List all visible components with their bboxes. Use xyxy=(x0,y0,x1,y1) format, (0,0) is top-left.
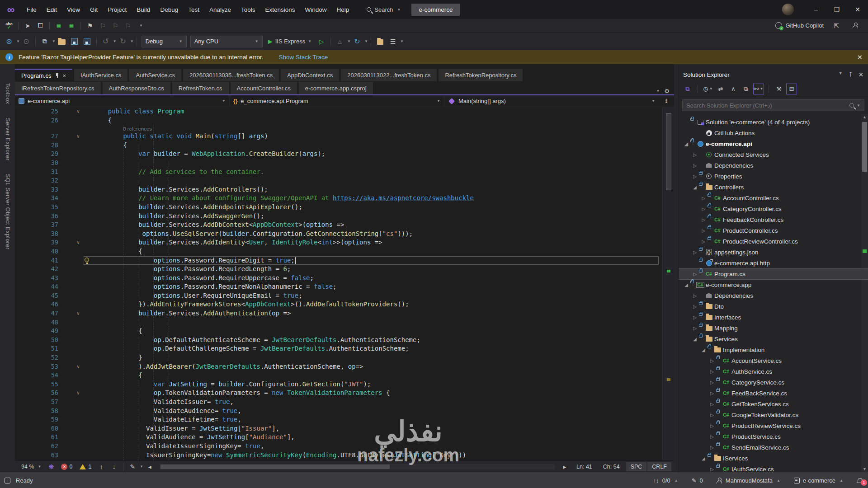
chevron-collapsed-icon[interactable]: ▷ xyxy=(709,413,715,418)
chevron-collapsed-icon[interactable]: ▷ xyxy=(709,445,715,450)
chevron-collapsed-icon[interactable]: ▷ xyxy=(692,326,698,331)
code-line-56[interactable]: 56∨ op.TokenValidationParameters = new T… xyxy=(15,389,662,398)
document-tab-appdbcontext-cs[interactable]: AppDbContext.cs xyxy=(281,69,339,81)
zoom-select[interactable]: 94 % ▼ xyxy=(18,464,45,470)
menu-analyze[interactable]: Analyze xyxy=(204,0,236,19)
save-button[interactable] xyxy=(69,36,80,47)
code-line-61[interactable]: 61 ValidAudience = JwtSetting["Audiance"… xyxy=(15,433,662,442)
chevron-collapsed-icon[interactable]: ▷ xyxy=(709,380,715,385)
scrollbar-thumb[interactable] xyxy=(666,113,671,190)
document-tab-authservice-cs[interactable]: AuthService.cs xyxy=(129,69,181,81)
document-tab-irefreshtokenrepository-cs[interactable]: IRefreshTokenRepository.cs xyxy=(15,82,101,94)
editor-layout-button[interactable]: ☰ xyxy=(387,36,399,47)
undo-button[interactable]: ↺ xyxy=(100,36,112,47)
next-issue-button[interactable]: ↓ xyxy=(108,461,120,472)
chevron-expanded-icon[interactable]: ◢ xyxy=(692,337,698,342)
tree-item-accountservice-cs[interactable]: ▷C#AccountService.cs xyxy=(679,355,868,366)
indent-increase-button[interactable]: ≣ xyxy=(66,20,77,31)
panel-splitter[interactable] xyxy=(674,64,678,472)
chevron-collapsed-icon[interactable]: ▷ xyxy=(692,152,698,157)
live-share-icon[interactable] xyxy=(849,20,861,31)
chevron-collapsed-icon[interactable]: ▷ xyxy=(709,467,715,472)
tree-item-productreviewcontroller-cs[interactable]: ▷C#ProductReviewController.cs xyxy=(679,236,868,247)
pin-icon[interactable] xyxy=(56,73,59,78)
codelens-row[interactable]: 0 references xyxy=(15,125,662,132)
code-line-54[interactable]: 54 { xyxy=(15,371,662,380)
menu-extensions[interactable]: Extensions xyxy=(260,0,300,19)
document-tab-e-commerce-app-csproj[interactable]: e-commerce.app.csproj xyxy=(299,82,373,94)
tree-item-categorycontroller-cs[interactable]: ▷C#CategoryController.cs xyxy=(679,203,868,214)
chevron-collapsed-icon[interactable]: ▷ xyxy=(709,423,715,428)
code-line-27[interactable]: 27∨ public static void Main(string[] arg… xyxy=(15,132,662,141)
search-context-chip[interactable]: e-commerce xyxy=(411,4,460,16)
tree-item-interfaces[interactable]: ▷Interfaces xyxy=(679,312,868,323)
tree-item-accountcontroller-cs[interactable]: ▷C#AccountController.cs xyxy=(679,192,868,203)
menu-project[interactable]: Project xyxy=(103,0,132,19)
unsaved-edits-indicator[interactable]: ✎ 0 xyxy=(692,477,703,484)
space-mode-indicator[interactable]: SPC xyxy=(626,462,647,471)
chevron-collapsed-icon[interactable]: ▷ xyxy=(709,434,715,439)
member-dropdown[interactable]: Main(string[] args) ▼ xyxy=(444,95,659,107)
tree-item-github-actions[interactable]: GitHub Actions xyxy=(679,127,868,138)
fold-marker-icon[interactable]: ∨ xyxy=(74,107,83,116)
code-line-47[interactable]: 47∨ builder.Services.AddAuthentication(o… xyxy=(15,309,662,318)
pending-changes-filter-icon[interactable]: ◷▼ xyxy=(703,84,713,94)
code-line-63[interactable]: 63 IssuerSigningKey=new SymmetricSecurit… xyxy=(15,451,662,460)
background-tasks-icon[interactable] xyxy=(5,478,10,483)
document-tab-program-cs[interactable]: Program.cs× xyxy=(15,69,72,81)
close-panel-icon[interactable]: ✕ xyxy=(859,71,863,78)
spell-check-button[interactable]: abc✓ xyxy=(3,20,15,31)
restart-button[interactable]: ↻ xyxy=(351,36,363,47)
menu-view[interactable]: View xyxy=(62,0,85,19)
tree-item-e-commerce-api-http[interactable]: e-commerce.api.http xyxy=(679,258,868,268)
git-repository-button[interactable]: e-commerce ▲ xyxy=(794,477,843,484)
start-debugging-button[interactable]: ▶ IIS Express ▼ xyxy=(264,38,315,45)
chevron-expanded-icon[interactable]: ◢ xyxy=(700,347,707,352)
user-avatar[interactable] xyxy=(782,4,794,15)
code-line-38[interactable]: 38 options.UseSqlServer(builder.Configur… xyxy=(15,230,662,239)
scroll-right-arrow[interactable]: ▸ xyxy=(559,461,571,472)
tab-list-chevron-icon[interactable]: ▼ xyxy=(656,89,660,93)
navigate-forward-button[interactable]: ⊙ xyxy=(20,36,32,47)
send-feedback-icon[interactable]: ⇱ xyxy=(830,20,842,31)
solution-search-box[interactable]: ▼ xyxy=(682,99,864,111)
toolbox-tab[interactable]: Toolbox xyxy=(5,83,11,104)
scroll-left-arrow[interactable]: ◂ xyxy=(144,461,156,472)
menu-debug[interactable]: Debug xyxy=(155,0,183,19)
preview-selected-items-icon[interactable]: ⊟ xyxy=(786,84,797,94)
minimize-button[interactable]: – xyxy=(806,0,826,19)
clear-bookmarks-button[interactable]: ⚐ xyxy=(122,20,134,31)
collapse-all-icon[interactable]: ∧ xyxy=(728,84,739,94)
code-line-51[interactable]: 51 op.DefaultChallengeScheme = JwtBearer… xyxy=(15,344,662,353)
solution-platform-select[interactable]: Any CPU ▼ xyxy=(190,36,263,47)
tree-item-program-cs[interactable]: ▷C#Program.cs xyxy=(679,268,868,279)
chevron-expanded-icon[interactable]: ◢ xyxy=(683,141,689,146)
indent-decrease-button[interactable]: ≣ xyxy=(53,20,65,31)
chevron-collapsed-icon[interactable]: ▷ xyxy=(700,228,707,233)
code-line-37[interactable]: 37 builder.Services.AddDbContext<AppDbCo… xyxy=(15,221,662,230)
tree-item-properties[interactable]: ▷Properties xyxy=(679,171,868,182)
git-sync-button[interactable]: ↑↓ 0/0 ▲ xyxy=(653,477,678,484)
chevron-collapsed-icon[interactable]: ▷ xyxy=(692,293,698,298)
code-line-62[interactable]: 62 ValidateIssuerSigningKey= true, xyxy=(15,442,662,451)
document-tab-accountcontroller-cs[interactable]: AccountController.cs xyxy=(231,82,297,94)
previous-bookmark-button[interactable]: ⚐ xyxy=(97,20,108,31)
tree-item-connected-services[interactable]: ▷Connected Services xyxy=(679,149,868,160)
chevron-collapsed-icon[interactable]: ▷ xyxy=(700,196,707,201)
code-line-30[interactable]: 30 xyxy=(15,159,662,168)
restore-button[interactable]: ❐ xyxy=(826,0,847,19)
redo-button[interactable]: ↻ xyxy=(117,36,129,47)
code-line-55[interactable]: 55 var JwtSetting = builder.Configuratio… xyxy=(15,380,662,389)
tree-item-authservice-cs[interactable]: ▷C#AuthService.cs xyxy=(679,366,868,377)
line-ending-indicator[interactable]: CRLF xyxy=(647,462,671,471)
horizontal-scrollbar[interactable] xyxy=(160,464,555,469)
toggle-bookmark-button[interactable]: ⚑ xyxy=(84,20,96,31)
browser-link-button[interactable] xyxy=(374,36,386,47)
show-stack-trace-link[interactable]: Show Stack Trace xyxy=(278,54,328,61)
chevron-collapsed-icon[interactable]: ▷ xyxy=(692,315,698,320)
document-tab-refreshtoken-cs[interactable]: RefreshToken.cs xyxy=(172,82,229,94)
error-count[interactable]: ✕ 0 xyxy=(57,464,76,470)
tree-item-productcontroller-cs[interactable]: ▷C#ProductController.cs xyxy=(679,225,868,236)
code-line-49[interactable]: 49 { xyxy=(15,327,662,336)
sql-server-object-explorer-tab[interactable]: SQL Server Object Explorer xyxy=(5,174,11,249)
